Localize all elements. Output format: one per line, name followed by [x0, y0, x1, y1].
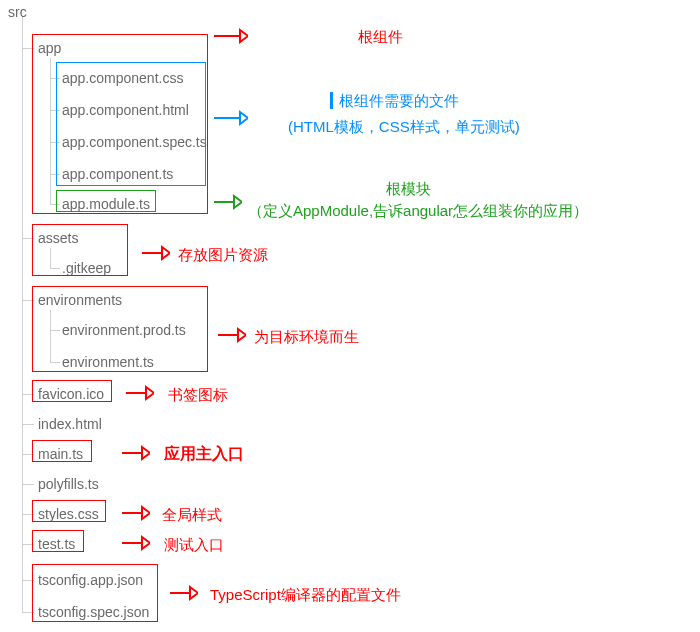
- note-assets: 存放图片资源: [178, 246, 268, 265]
- arrow-main: [120, 444, 150, 462]
- box-environments: [32, 286, 208, 372]
- note-styles: 全局样式: [162, 506, 222, 525]
- note-favicon: 书签图标: [168, 386, 228, 405]
- box-test: [32, 530, 84, 552]
- note-root-module-2: （定义AppModule,告诉angular怎么组装你的应用）: [248, 202, 588, 221]
- note-tsconfig: TypeScript编译器的配置文件: [210, 586, 401, 605]
- box-favicon: [32, 380, 112, 402]
- arrow-styles: [120, 504, 150, 522]
- note-root-module-1: 根模块: [386, 180, 431, 199]
- box-main: [32, 440, 92, 462]
- note-main: 应用主入口: [164, 444, 244, 465]
- node-polyfills: polyfills.ts: [38, 476, 99, 492]
- note-root-component-files-2: (HTML模板，CSS样式，单元测试): [288, 118, 520, 137]
- node-src: src: [8, 4, 27, 20]
- box-styles: [32, 500, 106, 522]
- arrow-tsconfig: [168, 584, 198, 602]
- arrow-test: [120, 534, 150, 552]
- box-tsconfig: [32, 564, 158, 622]
- note-root-component-files-1: 根组件需要的文件: [330, 92, 459, 111]
- note-test: 测试入口: [164, 536, 224, 555]
- note-root-component: 根组件: [358, 28, 403, 47]
- arrow-component-files: [212, 108, 248, 128]
- arrow-app-module: [212, 192, 242, 212]
- box-app-module: [56, 190, 156, 212]
- arrow-favicon: [124, 384, 154, 402]
- arrow-environments: [216, 326, 246, 344]
- note-environments: 为目标环境而生: [254, 328, 359, 347]
- box-assets: [32, 224, 128, 276]
- arrow-root-component: [212, 26, 248, 46]
- arrow-assets: [140, 244, 170, 262]
- node-index: index.html: [38, 416, 102, 432]
- box-app-component: [56, 62, 206, 186]
